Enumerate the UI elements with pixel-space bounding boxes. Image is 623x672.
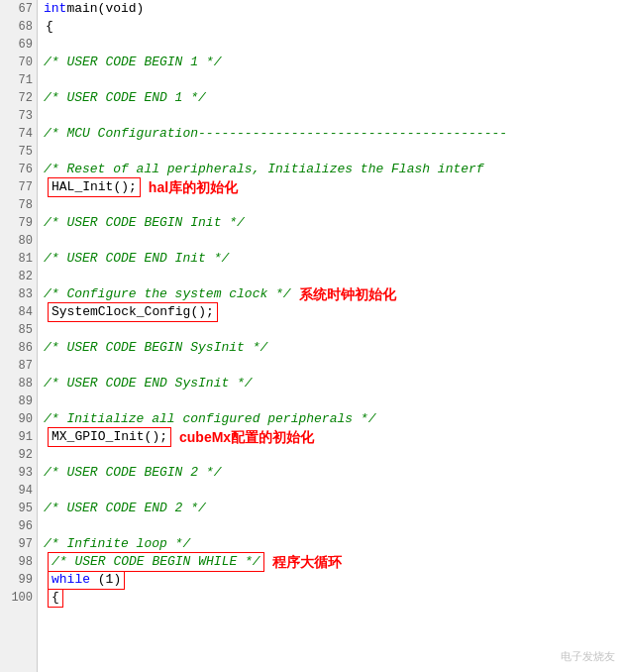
line-number: 88: [0, 375, 37, 392]
code-line: [44, 392, 623, 410]
code-line: [44, 232, 623, 250]
code-line: /* Initialize all configured peripherals…: [44, 410, 623, 428]
code-text: main(void): [66, 0, 144, 18]
code-line: [44, 107, 623, 125]
comment-text: /* USER CODE BEGIN 1 */: [44, 54, 221, 71]
line-number: 94: [0, 482, 37, 500]
code-line: [44, 321, 623, 339]
code-line: /* USER CODE BEGIN 2 */: [44, 464, 623, 482]
code-line: /* USER CODE END Init */: [44, 250, 623, 268]
line-number: 72: [0, 89, 37, 107]
line-number: 82: [0, 268, 37, 285]
code-line: int main(void): [44, 0, 623, 18]
comment-text: /* Initialize all configured peripherals…: [44, 410, 375, 428]
line-number: 100: [0, 589, 37, 607]
code-line: /* USER CODE END 2 */: [44, 500, 623, 517]
line-number: 79: [0, 214, 37, 232]
annotation-cubemx: cubeMx配置的初始化: [179, 428, 314, 446]
line-number: 92: [0, 446, 37, 464]
comment-text: /* USER CODE BEGIN SysInit */: [44, 339, 267, 357]
code-container: 6768697071727374757677787980818283848586…: [0, 0, 623, 672]
comment-text: /* Configure the system clock */: [44, 285, 291, 303]
line-number: 90: [0, 410, 37, 428]
sysclock-highlight: SystemClock_Config();: [48, 302, 218, 322]
code-line: {: [44, 18, 623, 36]
code-line: /* USER CODE BEGIN 1 */: [44, 54, 623, 71]
code-line: {: [44, 589, 623, 607]
line-number: 91: [0, 428, 37, 446]
line-number: 85: [0, 321, 37, 339]
code-line: while (1): [44, 571, 623, 589]
annotation-mainloop: 程序大循环: [272, 553, 342, 571]
line-number: 87: [0, 357, 37, 375]
comment-text: /* Reset of all peripherals, Initializes…: [44, 161, 484, 178]
code-area: int main(void){ /* USER CODE BEGIN 1 */ …: [38, 0, 623, 672]
line-number: 80: [0, 232, 37, 250]
code-line: [44, 196, 623, 214]
comment-text: /* USER CODE END 2 */: [44, 500, 206, 517]
line-number: 74: [0, 125, 37, 143]
comment-text: /* USER CODE END 1 */: [44, 89, 206, 107]
line-number: 97: [0, 535, 37, 553]
annotation-hal: hal库的初始化: [149, 178, 238, 196]
watermark: 电子发烧友: [561, 649, 615, 664]
code-line: /* USER CODE BEGIN Init */: [44, 214, 623, 232]
code-line: [44, 36, 623, 54]
keyword: int: [44, 0, 66, 18]
code-line: [44, 517, 623, 535]
while-highlight: while (1): [48, 571, 125, 590]
code-line: HAL_Init();hal库的初始化: [44, 178, 623, 196]
line-numbers: 6768697071727374757677787980818283848586…: [0, 0, 38, 672]
code-line: /* MCU Configuration--------------------…: [44, 125, 623, 143]
line-number: 71: [0, 71, 37, 89]
hal-init-highlight: HAL_Init();: [48, 177, 141, 197]
code-line: [44, 357, 623, 375]
code-line: /* Infinite loop */: [44, 535, 623, 553]
brace: {: [46, 18, 53, 36]
comment-text: /* MCU Configuration--------------------…: [44, 125, 507, 143]
gpio-highlight: MX_GPIO_Init();: [48, 427, 171, 447]
line-number: 96: [0, 517, 37, 535]
code-line: [44, 71, 623, 89]
code-line: /* USER CODE END SysInit */: [44, 375, 623, 392]
comment-text: /* USER CODE BEGIN 2 */: [44, 464, 221, 482]
line-number: 89: [0, 392, 37, 410]
line-number: 95: [0, 500, 37, 517]
line-number: 83: [0, 285, 37, 303]
line-number: 84: [0, 303, 37, 321]
annotation-sysclock: 系统时钟初始化: [299, 285, 396, 303]
line-number: 86: [0, 339, 37, 357]
line-number: 78: [0, 196, 37, 214]
code-line: /* Reset of all peripherals, Initializes…: [44, 161, 623, 178]
code-line: [44, 268, 623, 285]
line-number: 77: [0, 178, 37, 196]
code-line: /* Configure the system clock */系统时钟初始化: [44, 285, 623, 303]
line-number: 93: [0, 464, 37, 482]
comment-text: /* USER CODE BEGIN Init */: [44, 214, 245, 232]
code-line: MX_GPIO_Init();cubeMx配置的初始化: [44, 428, 623, 446]
while-comment: /* USER CODE BEGIN WHILE */: [48, 552, 264, 572]
code-line: /* USER CODE END 1 */: [44, 89, 623, 107]
line-number: 81: [0, 250, 37, 268]
line-number: 67: [0, 0, 37, 18]
code-line: [44, 482, 623, 500]
line-number: 68: [0, 18, 37, 36]
line-number: 73: [0, 107, 37, 125]
line-number: 76: [0, 161, 37, 178]
comment-text: /* USER CODE END SysInit */: [44, 375, 253, 392]
brace-highlight: {: [48, 589, 63, 608]
comment-text: /* USER CODE END Init */: [44, 250, 229, 268]
code-line: /* USER CODE BEGIN SysInit */: [44, 339, 623, 357]
code-line: [44, 143, 623, 161]
line-number: 98: [0, 553, 37, 571]
code-line: [44, 446, 623, 464]
line-number: 99: [0, 571, 37, 589]
code-line: /* USER CODE BEGIN WHILE */程序大循环: [44, 553, 623, 571]
line-number: 75: [0, 143, 37, 161]
line-number: 69: [0, 36, 37, 54]
code-line: SystemClock_Config();: [44, 303, 623, 321]
comment-text: /* Infinite loop */: [44, 535, 190, 553]
line-number: 70: [0, 54, 37, 71]
